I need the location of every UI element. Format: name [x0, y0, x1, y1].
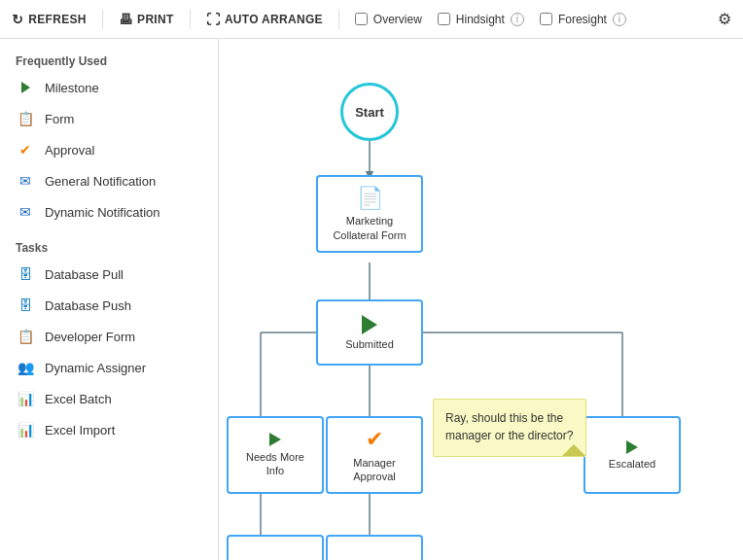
dynamic-notification-icon: ✉ — [16, 202, 35, 222]
hindsight-checkbox[interactable] — [438, 13, 450, 25]
canvas: Start 📄 MarketingCollateral Form Submitt… — [219, 39, 743, 560]
developer-form-icon: 📋 — [16, 327, 35, 346]
marketing-collateral-form-node[interactable]: 📄 MarketingCollateral Form — [316, 175, 423, 253]
start-node[interactable]: Start — [340, 83, 399, 141]
dynamic-assigner-icon: 👥 — [16, 358, 35, 377]
bottom-right-node[interactable] — [326, 535, 423, 560]
sidebar-item-milestone[interactable]: Milestone — [0, 72, 218, 103]
sticky-note[interactable]: Ray, should this be themanager or the di… — [433, 399, 586, 457]
manager-approval-node[interactable]: ✔ ManagerApproval — [326, 416, 423, 494]
sidebar-item-general-notification[interactable]: ✉ General Notification — [0, 165, 218, 196]
milestone-icon — [16, 78, 35, 97]
database-pull-icon: 🗄 — [16, 264, 35, 284]
escalated-icon — [626, 440, 638, 454]
gear-icon[interactable]: ⚙ — [718, 11, 731, 27]
foresight-checkbox[interactable] — [540, 13, 552, 25]
print-button[interactable]: 🖶 PRINT — [119, 12, 174, 27]
auto-arrange-icon: ⛶ — [206, 12, 220, 27]
auto-arrange-button[interactable]: ⛶ AUTO ARRANGE — [206, 12, 323, 27]
submitted-node[interactable]: Submitted — [316, 299, 423, 366]
frequently-used-title: Frequently Used — [0, 49, 218, 72]
needs-more-info-icon — [269, 433, 281, 446]
overview-checkbox-group[interactable]: Overview — [355, 13, 422, 26]
main-layout: Frequently Used Milestone 📋 Form ✔ Appro… — [0, 39, 743, 560]
separator-1 — [102, 10, 103, 29]
foresight-checkbox-group[interactable]: Foresight i — [540, 13, 626, 26]
sidebar-item-dynamic-notification[interactable]: ✉ Dynamic Notification — [0, 196, 218, 228]
sidebar-item-excel-import[interactable]: 📊 Excel Import — [0, 414, 218, 445]
sidebar-item-developer-form[interactable]: 📋 Developer Form — [0, 321, 218, 352]
tasks-title: Tasks — [0, 235, 218, 259]
overview-checkbox[interactable] — [355, 13, 368, 25]
print-icon: 🖶 — [119, 12, 132, 27]
sidebar-item-database-push[interactable]: 🗄 Database Push — [0, 290, 218, 321]
sidebar-item-excel-batch[interactable]: 📊 Excel Batch — [0, 383, 218, 414]
sidebar: Frequently Used Milestone 📋 Form ✔ Appro… — [0, 39, 219, 560]
form-node-icon: 📄 — [357, 186, 383, 211]
separator-3 — [338, 10, 339, 29]
sidebar-item-form[interactable]: 📋 Form — [0, 103, 218, 134]
toolbar-right: ⚙ — [718, 10, 731, 28]
sidebar-item-dynamic-assigner[interactable]: 👥 Dynamic Assigner — [0, 352, 218, 383]
excel-import-icon: 📊 — [16, 420, 35, 439]
separator-2 — [190, 10, 191, 29]
sidebar-item-approval[interactable]: ✔ Approval — [0, 134, 218, 165]
foresight-info-icon[interactable]: i — [613, 13, 626, 26]
general-notification-icon: ✉ — [16, 171, 35, 191]
manager-approval-icon: ✔ — [366, 427, 383, 452]
escalated-node[interactable]: Escalated — [584, 416, 681, 494]
approval-icon: ✔ — [16, 140, 35, 159]
toolbar: ↻ REFRESH 🖶 PRINT ⛶ AUTO ARRANGE Overvie… — [0, 0, 743, 39]
form-icon: 📋 — [16, 109, 35, 128]
refresh-icon: ↻ — [12, 12, 23, 27]
bottom-left-node[interactable] — [227, 535, 324, 560]
hindsight-checkbox-group[interactable]: Hindsight i — [438, 13, 524, 26]
excel-batch-icon: 📊 — [16, 389, 35, 408]
sidebar-item-database-pull[interactable]: 🗄 Database Pull — [0, 259, 218, 290]
database-push-icon: 🗄 — [16, 296, 35, 315]
refresh-button[interactable]: ↻ REFRESH — [12, 12, 87, 27]
needs-more-info-node[interactable]: Needs MoreInfo — [227, 416, 324, 494]
hindsight-info-icon[interactable]: i — [511, 13, 524, 26]
submitted-play-icon — [362, 315, 377, 334]
